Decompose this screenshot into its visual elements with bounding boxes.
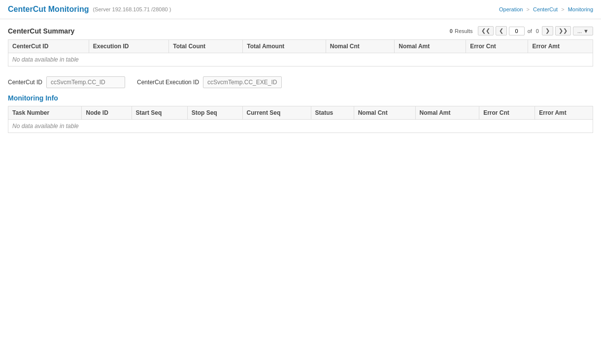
columns-button[interactable]: ... ▼ bbox=[573, 27, 593, 35]
summary-title: CenterCut Summary bbox=[8, 27, 74, 35]
pagination-controls: 0 Results ❮❮ ❮ of 0 ❯ ❯❯ ... ▼ bbox=[450, 26, 593, 35]
col-nomal-cnt: Nomal Cnt bbox=[326, 40, 395, 53]
breadcrumb-monitoring: Monitoring bbox=[568, 6, 593, 12]
header-left: CenterCut Monitoring (Server 192.168.105… bbox=[8, 5, 171, 14]
header: CenterCut Monitoring (Server 192.168.105… bbox=[0, 0, 601, 19]
pagination-next-btn[interactable]: ❯ bbox=[542, 26, 553, 35]
form-row: CenterCut ID CenterCut Execution ID bbox=[8, 76, 593, 88]
col-centercut-id: CenterCut ID bbox=[8, 40, 89, 53]
col-execution-id: Execution ID bbox=[89, 40, 169, 53]
col-task-number: Task Number bbox=[8, 106, 82, 120]
execution-id-field: CenterCut Execution ID bbox=[137, 76, 282, 88]
col-current-seq: Current Seq bbox=[242, 106, 311, 120]
breadcrumb-operation: Operation bbox=[499, 6, 523, 12]
col-total-count: Total Count bbox=[169, 40, 243, 53]
breadcrumb: Operation > CenterCut > Monitoring bbox=[499, 6, 593, 12]
breadcrumb-sep-2: > bbox=[561, 6, 564, 12]
pagination-prev-btn[interactable]: ❮ bbox=[496, 26, 507, 35]
summary-table: CenterCut ID Execution ID Total Count To… bbox=[8, 39, 593, 66]
monitoring-no-data-row: No data available in table bbox=[8, 120, 593, 133]
pagination-of-label: of bbox=[528, 28, 532, 34]
summary-table-header-row: CenterCut ID Execution ID Total Count To… bbox=[8, 40, 593, 53]
server-info: (Server 192.168.105.71 /28080 ) bbox=[93, 6, 171, 12]
breadcrumb-sep-1: > bbox=[526, 6, 529, 12]
results-count: 0 bbox=[450, 28, 453, 34]
monitoring-title: Monitoring Info bbox=[8, 94, 593, 102]
centercut-id-input[interactable] bbox=[46, 76, 125, 88]
centercut-id-field: CenterCut ID bbox=[8, 76, 125, 88]
col-node-id: Node ID bbox=[82, 106, 132, 120]
col-status: Status bbox=[311, 106, 354, 120]
summary-no-data-row: No data available in table bbox=[8, 53, 593, 66]
monitoring-table-header-row: Task Number Node ID Start Seq Stop Seq C… bbox=[8, 106, 593, 120]
centercut-id-label: CenterCut ID bbox=[8, 79, 42, 86]
col-start-seq: Start Seq bbox=[132, 106, 187, 120]
col-mon-nomal-amt: Nomal Amt bbox=[415, 106, 479, 120]
pagination-page-input[interactable] bbox=[509, 27, 525, 35]
pagination-last-btn[interactable]: ❯❯ bbox=[555, 26, 571, 35]
breadcrumb-centercut: CenterCut bbox=[533, 6, 558, 12]
results-label: Results bbox=[455, 28, 473, 34]
app-title: CenterCut Monitoring bbox=[8, 5, 89, 14]
col-mon-nomal-cnt: Nomal Cnt bbox=[354, 106, 415, 120]
main-content: CenterCut Summary 0 Results ❮❮ ❮ of 0 ❯ … bbox=[0, 19, 601, 140]
cols-btn-label: ... bbox=[577, 28, 582, 34]
col-nomal-amt: Nomal Amt bbox=[395, 40, 466, 53]
monitoring-no-data-cell: No data available in table bbox=[8, 120, 593, 133]
pagination-first-btn[interactable]: ❮❮ bbox=[478, 26, 494, 35]
col-error-cnt: Error Cnt bbox=[466, 40, 528, 53]
col-mon-error-cnt: Error Cnt bbox=[479, 106, 535, 120]
cols-btn-arrow-icon: ▼ bbox=[583, 28, 589, 34]
col-mon-error-amt: Error Amt bbox=[535, 106, 593, 120]
execution-id-label: CenterCut Execution ID bbox=[137, 79, 199, 86]
summary-section-header: CenterCut Summary 0 Results ❮❮ ❮ of 0 ❯ … bbox=[8, 26, 593, 35]
pagination-total-pages: 0 bbox=[536, 28, 539, 34]
summary-no-data-cell: No data available in table bbox=[8, 53, 593, 66]
execution-id-input[interactable] bbox=[203, 76, 282, 88]
col-stop-seq: Stop Seq bbox=[187, 106, 242, 120]
monitoring-table: Task Number Node ID Start Seq Stop Seq C… bbox=[8, 106, 593, 133]
col-total-amount: Total Amount bbox=[243, 40, 326, 53]
col-error-amt: Error Amt bbox=[528, 40, 593, 53]
